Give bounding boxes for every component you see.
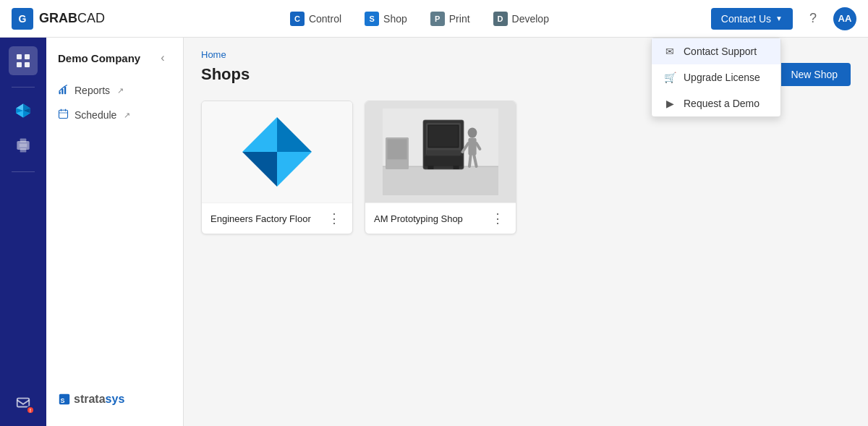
new-shop-button[interactable]: New Shop	[778, 63, 851, 86]
sidebar-panel: Demo Company ‹ Reports ↗	[46, 38, 184, 426]
shop-card-footer-am: AM Prototyping Shop ⋮	[365, 203, 516, 234]
svg-rect-0	[17, 54, 22, 59]
shop-more-button-am[interactable]: ⋮	[488, 210, 507, 226]
develop-icon: D	[493, 12, 508, 26]
video-icon: ▶	[663, 98, 676, 109]
nav-control[interactable]: C Control	[280, 7, 352, 30]
svg-rect-14	[20, 148, 27, 152]
svg-marker-26	[242, 117, 277, 152]
sidebar-item-schedule[interactable]: Schedule ↗	[46, 103, 183, 127]
logo-area[interactable]: G GRABCAD	[12, 8, 105, 30]
shop-card-image-am	[365, 101, 516, 203]
svg-rect-1	[25, 54, 30, 59]
nav-right: Contact Us ▼ ? AA	[711, 7, 856, 30]
svg-line-47	[469, 156, 471, 166]
notification-dot: !	[26, 406, 35, 414]
email-icon: ✉	[663, 46, 676, 57]
control-icon: C	[290, 12, 305, 26]
shop-more-button-engineers[interactable]: ⋮	[325, 210, 344, 226]
svg-rect-18	[64, 87, 66, 95]
svg-rect-44	[468, 138, 476, 156]
nav-items: C Control S Shop P Print D Develop	[128, 7, 711, 30]
shop-card-name-engineers: Engineers Factory Floor	[210, 213, 311, 224]
help-button[interactable]: ?	[801, 7, 825, 30]
shop-card-am[interactable]: AM Prototyping Shop ⋮	[365, 101, 516, 234]
svg-rect-16	[59, 92, 61, 95]
cart-icon: 🛒	[663, 72, 676, 83]
svg-rect-17	[61, 89, 63, 95]
notification-badge[interactable]: !	[9, 388, 38, 417]
svg-rect-50	[387, 139, 407, 159]
sidebar-printer-icon[interactable]	[9, 131, 38, 160]
svg-rect-2	[17, 62, 22, 67]
nav-develop[interactable]: D Develop	[483, 7, 559, 30]
svg-text:S: S	[61, 397, 65, 404]
svg-rect-40	[425, 156, 463, 166]
page-title: Shops	[201, 65, 250, 84]
sidebar-shop-icon[interactable]	[9, 96, 38, 125]
shop-card-footer-engineers: Engineers Factory Floor ⋮	[202, 203, 352, 234]
grabcad-logo-icon: G	[12, 8, 33, 30]
contact-dropdown-menu: ✉ Contact Support 🛒 Upgrade License ▶ Re…	[651, 38, 781, 117]
schedule-icon	[58, 108, 69, 122]
svg-marker-28	[277, 152, 312, 187]
stratasys-name: stratasys	[74, 393, 124, 406]
sidebar-bottom: !	[9, 388, 38, 426]
contact-us-button[interactable]: Contact Us ▼	[711, 8, 793, 30]
sidebar-collapse-button[interactable]: ‹	[154, 49, 171, 67]
sidebar-icons: !	[0, 38, 46, 426]
dropdown-upgrade-license[interactable]: 🛒 Upgrade License	[652, 64, 780, 90]
reports-icon	[58, 84, 69, 97]
svg-rect-13	[20, 138, 27, 142]
sidebar-divider-1	[12, 87, 35, 88]
svg-rect-3	[25, 62, 30, 67]
nav-shop[interactable]: S Shop	[354, 7, 417, 30]
shops-grid: Engineers Factory Floor ⋮	[201, 101, 851, 234]
shop-card-name-am: AM Prototyping Shop	[374, 213, 463, 224]
svg-point-43	[468, 127, 477, 137]
svg-rect-12	[20, 143, 27, 147]
svg-rect-42	[454, 166, 459, 169]
reports-external-link-icon: ↗	[117, 86, 124, 95]
dropdown-contact-support[interactable]: ✉ Contact Support	[652, 38, 780, 64]
svg-rect-39	[427, 150, 460, 156]
top-navigation: G GRABCAD C Control S Shop P Print D Dev…	[0, 0, 868, 38]
sidebar-grid-icon[interactable]	[9, 46, 38, 75]
schedule-external-link-icon: ↗	[124, 111, 130, 120]
nav-print[interactable]: P Print	[420, 7, 480, 30]
shop-card-image-engineers	[202, 101, 352, 203]
svg-rect-15	[17, 399, 30, 407]
contact-caret-icon: ▼	[775, 14, 783, 22]
shop-card-engineers[interactable]: Engineers Factory Floor ⋮	[201, 101, 353, 234]
dropdown-request-demo[interactable]: ▶ Request a Demo	[652, 90, 780, 116]
svg-rect-41	[427, 166, 433, 169]
stratasys-footer: S stratasys	[46, 384, 183, 414]
brand-name: GRABCAD	[39, 11, 105, 26]
print-icon: P	[430, 12, 445, 26]
avatar-button[interactable]: AA	[833, 7, 856, 30]
sidebar-item-reports[interactable]: Reports ↗	[46, 78, 183, 103]
svg-rect-19	[59, 110, 68, 118]
sidebar-divider-2	[12, 171, 35, 172]
shop-icon: S	[365, 12, 379, 26]
svg-rect-38	[429, 126, 458, 147]
company-name-header: Demo Company ‹	[46, 49, 183, 78]
